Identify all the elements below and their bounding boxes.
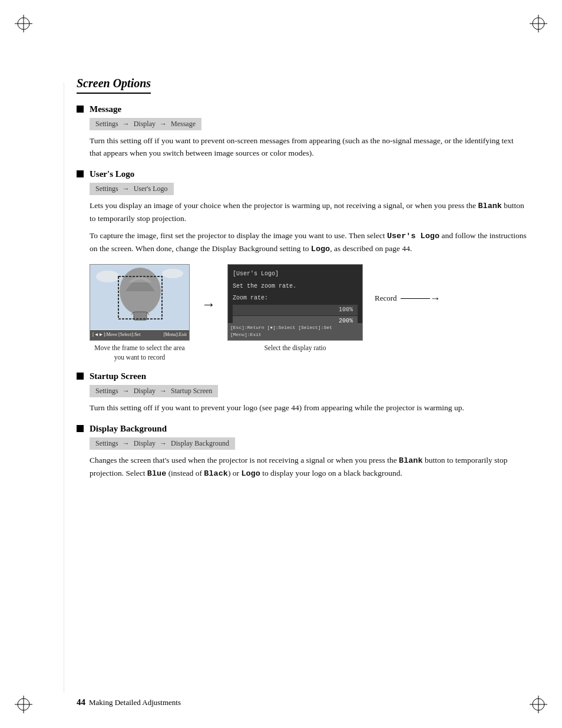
section-body-message: Turn this setting off if you want to pre… — [90, 135, 527, 160]
section-users-logo: User's Logo Settings → User's Logo Lets … — [77, 169, 527, 362]
bullet-message — [77, 106, 84, 113]
breadcrumb-dispbg-part2: Display — [134, 439, 156, 447]
breadcrumb-display-bg: Settings → Display → Display Background — [90, 437, 235, 450]
record-text: Record — [375, 292, 397, 304]
menu-line1: Set the zoom rate. — [233, 282, 358, 291]
content-area: Screen Options Message Settings → Displa… — [77, 77, 527, 681]
menu-image-box: [User's Logo] Set the zoom rate. Zoom ra… — [227, 264, 363, 353]
blue-keyword: Blue — [147, 469, 166, 478]
menu-caption: Select the display ratio — [264, 343, 326, 353]
record-label: Record → — [375, 291, 441, 307]
users-logo-text1: Lets you display an image of your choice… — [90, 200, 527, 225]
corner-mark-bl — [12, 693, 35, 716]
breadcrumb-startup-arrow2: → — [160, 387, 167, 395]
breadcrumb-startup-part2: Display — [134, 387, 156, 395]
record-line — [401, 298, 430, 299]
breadcrumb-startup: Settings → Display → Startup Screen — [90, 385, 218, 397]
section-startup-screen: Startup Screen Settings → Display → Star… — [77, 371, 527, 414]
page-footer: 44 Making Detailed Adjustments — [77, 697, 181, 707]
margin-line — [64, 83, 64, 693]
blank-keyword2: Blank — [399, 456, 423, 465]
breadcrumb-logo-arrow1: → — [123, 185, 130, 193]
breadcrumb-message-part3: Message — [171, 120, 196, 128]
logo-keyword2: Logo — [241, 469, 260, 478]
heading-startup: Startup Screen — [90, 371, 146, 381]
record-arrow: → — [430, 291, 441, 307]
breadcrumb-dispbg-part1: Settings — [95, 439, 118, 447]
balloon-bottom-bar: [◄►]:Move [Select]:Set [Menu]:Exit — [90, 330, 189, 340]
svg-point-14 — [162, 269, 183, 278]
heading-display-bg: Display Background — [90, 424, 167, 434]
image-row: [◄►]:Move [Select]:Set [Menu]:Exit Move … — [90, 264, 527, 362]
users-logo-keyword: User's Logo — [387, 232, 439, 241]
breadcrumb-startup-part3: Startup Screen — [171, 387, 212, 395]
footer-text: Making Detailed Adjustments — [89, 698, 181, 707]
section-heading-message: Message — [77, 104, 527, 114]
balloon-nav-right: [Menu]:Exit — [163, 331, 187, 338]
breadcrumb-message: Settings → Display → Message — [90, 118, 201, 130]
section-body-users-logo: Lets you display an image of your choice… — [90, 200, 527, 362]
corner-mark-tr — [527, 12, 550, 35]
breadcrumb-message-part2: Display — [134, 120, 156, 128]
users-logo-text2: To capture the image, first set the proj… — [90, 230, 527, 256]
menu-title: [User's Logo] — [233, 269, 358, 279]
breadcrumb-startup-arrow1: → — [123, 387, 130, 395]
section-body-startup: Turn this setting off if you want to pre… — [90, 402, 527, 414]
balloon-image: [◄►]:Move [Select]:Set [Menu]:Exit — [90, 264, 190, 341]
bullet-display-bg — [77, 425, 84, 432]
section-message: Message Settings → Display → Message Tur… — [77, 104, 527, 160]
bullet-startup — [77, 373, 84, 380]
breadcrumb-arrow2: → — [160, 120, 167, 128]
black-keyword: Black — [204, 469, 228, 478]
heading-users-logo: User's Logo — [90, 169, 134, 179]
menu-option1: 100% — [233, 305, 358, 315]
balloon-caption: Move the frame to select the area you wa… — [90, 343, 190, 362]
bullet-users-logo — [77, 170, 84, 177]
section-display-background: Display Background Settings → Display → … — [77, 424, 527, 480]
breadcrumb-logo-part2: User's Logo — [134, 185, 168, 193]
breadcrumb-users-logo: Settings → User's Logo — [90, 183, 174, 195]
menu-bottom-nav: [Esc]:Return [●]:Select [Select]:Set [Me… — [228, 323, 362, 340]
heading-message: Message — [90, 104, 121, 114]
message-text: Turn this setting off if you want to pre… — [90, 135, 527, 160]
section-heading-users-logo: User's Logo — [77, 169, 527, 179]
menu-image: [User's Logo] Set the zoom rate. Zoom ra… — [227, 264, 363, 341]
display-bg-text: Changes the screen that's used when the … — [90, 454, 527, 480]
section-body-display-bg: Changes the screen that's used when the … — [90, 454, 527, 480]
startup-text: Turn this setting off if you want to pre… — [90, 402, 527, 414]
right-arrow-icon: → — [201, 294, 216, 315]
logo-keyword: Logo — [311, 245, 330, 253]
balloon-nav-left: [◄►]:Move [Select]:Set — [92, 331, 140, 338]
breadcrumb-dispbg-arrow2: → — [160, 439, 167, 447]
corner-mark-br — [527, 693, 550, 716]
balloon-svg — [90, 265, 190, 330]
menu-line2: Zoom rate: — [233, 294, 358, 303]
breadcrumb-dispbg-part3: Display Background — [171, 439, 229, 447]
breadcrumb-arrow1: → — [123, 120, 130, 128]
record-label-container: Record → — [375, 264, 441, 307]
page-title: Screen Options — [77, 77, 151, 94]
page-number: 44 — [77, 697, 85, 707]
breadcrumb-startup-part1: Settings — [95, 387, 118, 395]
arrow-container: → — [201, 264, 216, 315]
section-heading-display-bg: Display Background — [77, 424, 527, 434]
corner-mark-tl — [12, 12, 35, 35]
breadcrumb-message-part1: Settings — [95, 120, 118, 128]
balloon-image-box: [◄►]:Move [Select]:Set [Menu]:Exit Move … — [90, 264, 190, 362]
blank-keyword: Blank — [478, 202, 502, 210]
breadcrumb-logo-part1: Settings — [95, 185, 118, 193]
section-heading-startup: Startup Screen — [77, 371, 527, 381]
svg-point-13 — [96, 271, 120, 282]
breadcrumb-dispbg-arrow1: → — [123, 439, 130, 447]
